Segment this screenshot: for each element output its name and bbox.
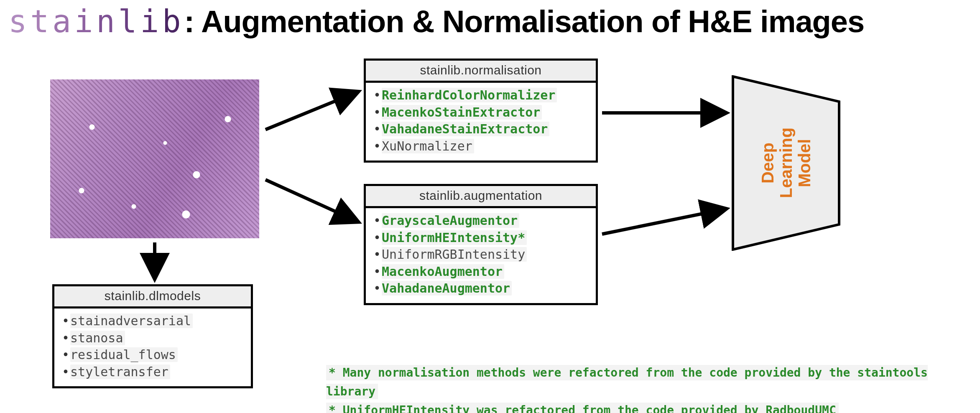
list-item: •stainadversarial	[62, 313, 243, 330]
list-item-label: UniformRGBIntensity	[382, 247, 527, 262]
footnotes: * Many normalisation methods were refact…	[326, 364, 980, 413]
list-item: •UniformHEIntensity*	[373, 229, 588, 247]
normalisation-header: stainlib.normalisation	[366, 61, 596, 83]
augmentation-body: •GrayscaleAugmentor•UniformHEIntensity*•…	[366, 208, 596, 303]
deep-learning-model: Deep Learning Model	[732, 75, 840, 251]
list-item-label: residual_flows	[70, 347, 178, 362]
list-item: •MacenkoStainExtractor	[373, 104, 588, 121]
list-item: •styletransfer	[62, 364, 243, 381]
augmentation-header: stainlib.augmentation	[366, 186, 596, 208]
footnote-2: * UniformHEIntensity was refactored from…	[326, 403, 839, 413]
list-item-label: stainadversarial	[70, 314, 193, 328]
page-title: stainlib: Augmentation & Normalisation o…	[8, 3, 864, 39]
dlmodels-body: •stainadversarial•stanosa•residual_flows…	[54, 308, 251, 386]
list-item-label: XuNormalizer	[382, 139, 474, 153]
logo-text: stainlib	[8, 3, 184, 39]
list-item-label: stanosa	[70, 331, 125, 345]
footnote-1: * Many normalisation methods were refact…	[326, 365, 928, 399]
arrow-augmentation-to-dl	[602, 209, 725, 234]
dlmodels-header: stainlib.dlmodels	[54, 286, 251, 308]
list-item: •VahadaneStainExtractor	[373, 121, 588, 138]
list-item: •XuNormalizer	[373, 138, 588, 155]
list-item-label: MacenkoAugmentor	[382, 264, 504, 279]
dlmodels-box: stainlib.dlmodels •stainadversarial•stan…	[52, 284, 253, 388]
list-item: •stanosa	[62, 330, 243, 347]
list-item: •ReinhardColorNormalizer	[373, 87, 588, 104]
arrow-tissue-to-normalisation	[265, 92, 357, 130]
arrow-tissue-to-augmentation	[265, 180, 357, 222]
normalisation-box: stainlib.normalisation •ReinhardColorNor…	[364, 59, 598, 163]
list-item: •residual_flows	[62, 347, 243, 364]
list-item-label: VahadaneAugmentor	[382, 281, 512, 296]
list-item: •UniformRGBIntensity	[373, 246, 588, 263]
list-item-label: MacenkoStainExtractor	[382, 105, 542, 120]
normalisation-body: •ReinhardColorNormalizer•MacenkoStainExt…	[366, 83, 596, 161]
list-item: •VahadaneAugmentor	[373, 280, 588, 297]
dl-label: Deep Learning Model	[758, 119, 814, 207]
list-item: •GrayscaleAugmentor	[373, 212, 588, 229]
list-item-label: UniformHEIntensity*	[382, 230, 527, 245]
title-suffix: : Augmentation & Normalisation of H&E im…	[184, 4, 865, 39]
list-item-label: GrayscaleAugmentor	[382, 213, 519, 228]
list-item: •MacenkoAugmentor	[373, 263, 588, 280]
list-item-label: styletransfer	[70, 365, 170, 379]
list-item-label: ReinhardColorNormalizer	[382, 88, 557, 102]
augmentation-box: stainlib.augmentation •GrayscaleAugmento…	[364, 184, 598, 305]
he-tissue-image	[50, 79, 259, 238]
list-item-label: VahadaneStainExtractor	[382, 122, 549, 136]
